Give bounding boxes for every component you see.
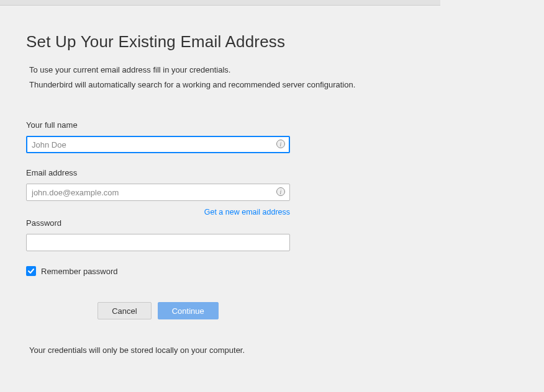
email-label: Email address bbox=[26, 168, 385, 177]
form-section: Your full name i Email address i Get a n… bbox=[26, 120, 385, 355]
get-new-email-link[interactable]: Get a new email address bbox=[204, 208, 290, 216]
password-input-wrap bbox=[26, 234, 290, 251]
window-titlebar-border bbox=[0, 0, 440, 6]
password-group: Password bbox=[26, 218, 385, 251]
remember-checkbox[interactable] bbox=[26, 266, 36, 276]
info-icon: i bbox=[276, 187, 285, 196]
buttons-row: Cancel Continue bbox=[26, 302, 290, 319]
checkmark-icon bbox=[27, 267, 35, 275]
page-title: Set Up Your Existing Email Address bbox=[26, 32, 385, 51]
full-name-info-icon-wrap[interactable]: i bbox=[276, 140, 286, 149]
email-group: Email address i bbox=[26, 168, 385, 201]
password-input[interactable] bbox=[26, 234, 290, 251]
full-name-input[interactable] bbox=[26, 136, 290, 153]
email-input-wrap: i bbox=[26, 184, 290, 201]
password-label: Password bbox=[26, 218, 385, 228]
full-name-group: Your full name i bbox=[26, 120, 385, 153]
full-name-input-wrap: i bbox=[26, 136, 290, 153]
remember-row: Remember password bbox=[26, 266, 385, 276]
info-icon: i bbox=[276, 140, 285, 148]
email-info-icon-wrap[interactable]: i bbox=[276, 187, 286, 197]
footer-note: Your credentials will only be stored loc… bbox=[26, 345, 385, 355]
email-input[interactable] bbox=[26, 184, 290, 201]
setup-container: Set Up Your Existing Email Address To us… bbox=[0, 0, 385, 355]
cancel-button[interactable]: Cancel bbox=[97, 302, 151, 319]
intro-line-2: Thunderbird will automatically search fo… bbox=[26, 79, 385, 91]
full-name-label: Your full name bbox=[26, 120, 385, 130]
new-email-link-row: Get a new email address bbox=[26, 206, 290, 217]
intro-line-1: To use your current email address fill i… bbox=[26, 64, 385, 76]
continue-button[interactable]: Continue bbox=[158, 302, 219, 319]
remember-label[interactable]: Remember password bbox=[41, 267, 118, 276]
